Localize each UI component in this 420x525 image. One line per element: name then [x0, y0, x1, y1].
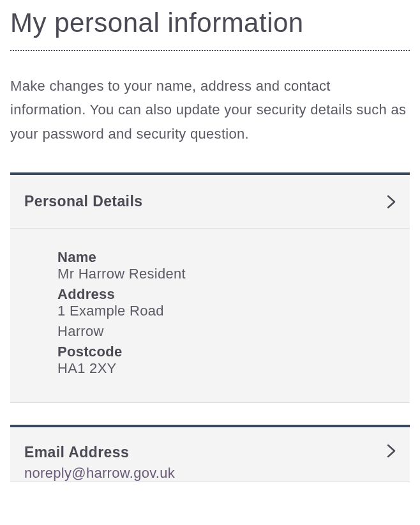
email-address-title: Email Address [24, 444, 175, 461]
intro-text: Make changes to your name, address and c… [10, 74, 410, 146]
personal-details-title: Personal Details [24, 193, 142, 210]
personal-details-panel: Personal Details Name Mr Harrow Resident… [10, 172, 410, 403]
name-label: Name [57, 249, 396, 266]
address-label: Address [57, 286, 396, 303]
postcode-label: Postcode [57, 344, 396, 360]
address-line2: Harrow [57, 323, 396, 340]
personal-details-body: Name Mr Harrow Resident Address 1 Exampl… [10, 229, 410, 402]
email-address-panel: Email Address noreply@harrow.gov.uk [10, 425, 410, 482]
email-address-value: noreply@harrow.gov.uk [24, 465, 175, 482]
name-value: Mr Harrow Resident [57, 266, 396, 282]
personal-details-header[interactable]: Personal Details [10, 175, 410, 229]
chevron-right-icon [387, 195, 396, 209]
chevron-right-icon [387, 444, 396, 458]
postcode-value: HA1 2XY [57, 360, 396, 377]
address-line1: 1 Example Road [57, 303, 396, 319]
page-title: My personal information [10, 8, 410, 38]
dotted-divider [10, 50, 410, 51]
email-address-header[interactable]: Email Address noreply@harrow.gov.uk [10, 427, 410, 482]
